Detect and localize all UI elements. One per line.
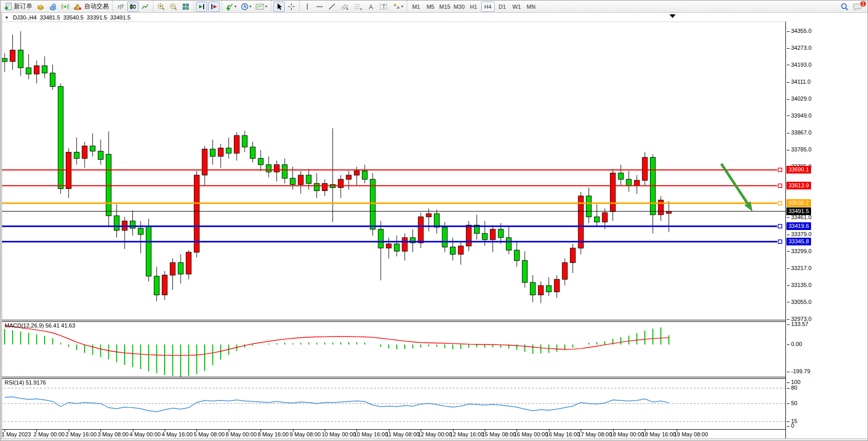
price-axis-tick: 34029.0 xyxy=(787,95,812,102)
timeframe-button-m5[interactable]: M5 xyxy=(424,2,437,12)
price-line-label: 33530.2 xyxy=(786,199,811,207)
search-button[interactable] xyxy=(839,2,851,12)
cursor-icon xyxy=(275,3,283,11)
horizontal-line[interactable] xyxy=(1,201,782,205)
mt4-window: 新订单 自动交易 xyxy=(0,0,868,441)
toolbar-group-zoom xyxy=(153,1,193,13)
chart-shift-marker[interactable] xyxy=(669,14,676,18)
time-axis-label: 18 May 16:00 xyxy=(642,431,676,437)
timeframe-menu-button[interactable]: ▾ xyxy=(239,2,253,12)
time-axis-label: 12 May 16:00 xyxy=(450,431,484,437)
macd-pane[interactable]: MACD(12,26,9) 56.41 41.63 xyxy=(1,322,785,377)
annotation-arrow[interactable] xyxy=(721,164,753,212)
price-line-label: 33491.5 xyxy=(786,207,811,215)
equidistant-channel-icon: E xyxy=(340,3,349,11)
window-bottom-strip xyxy=(1,438,868,441)
timeframe-button-h4[interactable]: H4 xyxy=(481,2,495,12)
cursor-button[interactable] xyxy=(273,2,285,12)
text-label-button[interactable]: T xyxy=(378,2,390,12)
vertical-line-button[interactable] xyxy=(302,2,313,12)
community-button[interactable] xyxy=(47,2,58,12)
horizontal-line[interactable] xyxy=(1,240,782,243)
news-signal-button[interactable] xyxy=(60,2,71,12)
main-price-pane[interactable] xyxy=(1,22,785,320)
bar-chart-button[interactable] xyxy=(115,2,126,12)
price-axis-tick: -199.79 xyxy=(787,368,810,374)
timeframe-caret-icon: ▾ xyxy=(249,4,251,9)
indicators-button[interactable]: ▾ xyxy=(224,2,238,12)
new-order-button[interactable]: 新订单 xyxy=(3,2,34,12)
chart-symbol-timeframe: DJ30-,H4 xyxy=(13,14,36,21)
signal-icon xyxy=(61,3,69,11)
chart-shift-icon xyxy=(210,3,218,11)
time-axis[interactable]: 1 May 20232 May 00:002 May 16:003 May 08… xyxy=(1,430,785,438)
price-axis-tick: 33217.0 xyxy=(787,265,812,271)
tile-windows-icon xyxy=(182,3,190,11)
candles xyxy=(2,31,672,303)
pane-separator[interactable] xyxy=(1,320,868,320)
price-axis-tick: 80 xyxy=(787,385,797,391)
templates-button[interactable]: ▾ xyxy=(254,2,269,12)
horizontal-line[interactable] xyxy=(1,168,782,171)
timeframe-button-mn[interactable]: MN xyxy=(524,2,538,12)
toolbar-group-scroll xyxy=(193,1,222,13)
toolbar-group-timeframes: M1M5M15M30H1H4D1W1MN xyxy=(407,1,540,13)
fibonacci-button[interactable]: F xyxy=(352,2,364,12)
time-axis-label: 2 May 16:00 xyxy=(66,431,97,437)
horizontal-line-button[interactable] xyxy=(314,2,325,12)
indicators-icon xyxy=(226,3,234,11)
svg-text:T: T xyxy=(382,4,385,10)
auto-trading-button[interactable]: 自动交易 xyxy=(72,2,110,12)
text-button[interactable]: A xyxy=(365,2,377,12)
candlestick-chart-button[interactable] xyxy=(127,2,139,12)
templates-caret-icon: ▾ xyxy=(265,4,267,9)
chart-header: ▼ DJ30-,H4 33481.5 33540.5 33391.5 33491… xyxy=(1,13,867,22)
arrows-icon xyxy=(392,3,401,11)
chart-shift-button[interactable] xyxy=(208,2,220,12)
toolbar-group-trade: 新订单 自动交易 xyxy=(1,1,112,13)
zoom-out-icon xyxy=(169,3,177,11)
price-axis-tick: 50 xyxy=(787,400,797,406)
bar-chart-icon xyxy=(116,3,125,11)
toolbar-group-objects: E F A T ▾ xyxy=(299,1,407,13)
timeframe-button-m1[interactable]: M1 xyxy=(409,2,423,12)
time-axis-label: 2 May 00:00 xyxy=(33,431,65,437)
price-axis-tick: 33379.0 xyxy=(787,231,812,237)
timeframe-button-m15[interactable]: M15 xyxy=(438,2,451,12)
clock-icon xyxy=(241,3,249,11)
styler-button[interactable] xyxy=(35,2,46,12)
equidistant-channel-button[interactable]: E xyxy=(339,2,351,12)
line-chart-button[interactable] xyxy=(140,2,151,12)
pane-separator[interactable] xyxy=(1,377,868,377)
time-axis-label: 10 May 16:00 xyxy=(353,431,388,437)
price-axis-tick: 33949.0 xyxy=(787,112,812,119)
price-axis-tick: 33461.0 xyxy=(787,214,812,220)
price-axis[interactable]: 34355.034273.034193.034111.034029.033949… xyxy=(786,22,868,438)
vertical-line-icon xyxy=(304,3,311,11)
trendline-button[interactable] xyxy=(326,2,338,12)
auto-trading-icon xyxy=(73,3,83,11)
auto-scroll-button[interactable] xyxy=(196,2,207,12)
timeframe-button-m30[interactable]: M30 xyxy=(452,2,466,12)
zoom-out-button[interactable] xyxy=(168,2,179,12)
time-axis-label: 11 May 08:00 xyxy=(386,431,420,437)
zoom-in-button[interactable] xyxy=(155,2,167,12)
collapse-triangle-icon[interactable]: ▼ xyxy=(5,15,9,20)
search-icon xyxy=(840,3,849,11)
toolbar: 新订单 自动交易 xyxy=(1,1,867,13)
arrows-button[interactable]: ▾ xyxy=(391,2,405,12)
rsi-pane[interactable]: RSI(14) 51.9176 xyxy=(1,379,785,429)
crosshair-button[interactable] xyxy=(286,2,297,12)
tile-windows-button[interactable] xyxy=(180,2,191,12)
timeframe-button-h1[interactable]: H1 xyxy=(467,2,480,12)
timeframe-button-d1[interactable]: D1 xyxy=(496,2,509,12)
timeframe-button-w1[interactable]: W1 xyxy=(510,2,523,12)
horizontal-line[interactable] xyxy=(1,184,782,187)
chart-high-value: 33540.5 xyxy=(63,14,84,21)
price-line-label: 33690.1 xyxy=(786,166,811,174)
price-axis-tick: 34355.0 xyxy=(787,28,812,34)
trendline-icon xyxy=(328,3,336,11)
chat-button[interactable]: 1 xyxy=(852,2,864,12)
time-axis-label: 16 May 16:00 xyxy=(546,431,580,437)
crosshair-icon xyxy=(287,3,295,11)
